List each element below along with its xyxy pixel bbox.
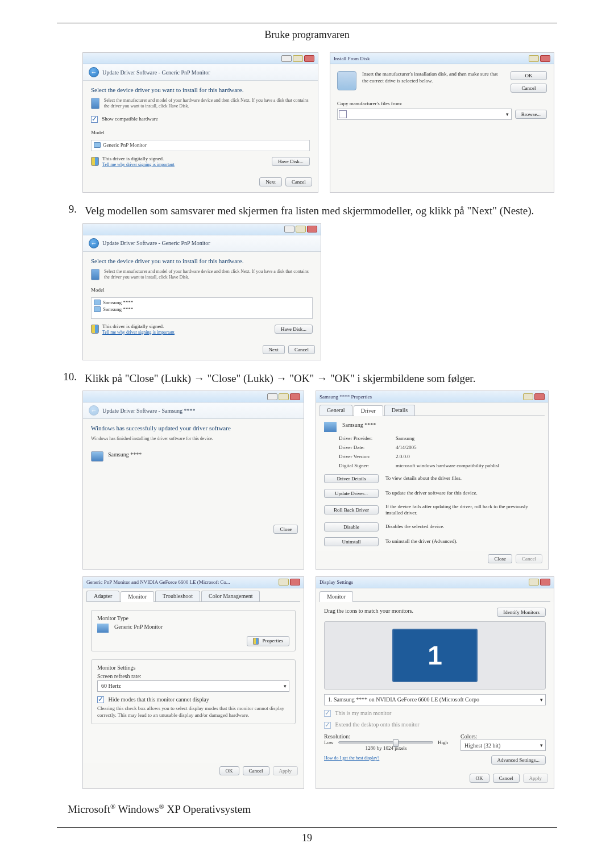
hide-modes-desc: Clearing this check box allows you to se… (97, 705, 289, 719)
file-path-input[interactable]: ▾ (337, 109, 512, 120)
have-disk-button[interactable]: Have Disk... (275, 325, 313, 334)
best-display-link[interactable]: How do I get the best display? (324, 755, 379, 761)
driver-properties-window: Samsung **** Properties General Driver D… (316, 391, 549, 570)
have-disk-button[interactable]: Have Disk... (272, 157, 310, 166)
breadcrumb-text: Update Driver Software - Generic PnP Mon… (102, 69, 210, 76)
model-item[interactable]: Samsung **** (103, 300, 133, 305)
next-button[interactable]: Next (259, 177, 282, 186)
ok-button[interactable]: OK (511, 71, 547, 80)
properties-button[interactable]: Properties (247, 636, 289, 646)
hide-modes-label: Hide modes that this monitor cannot disp… (109, 696, 209, 703)
cancel-button[interactable]: Cancel (243, 766, 269, 775)
help-icon[interactable] (523, 393, 533, 400)
monitor-icon (324, 422, 337, 432)
help-icon[interactable] (279, 579, 289, 585)
tab-general[interactable]: General (320, 405, 352, 416)
close-icon[interactable] (540, 579, 550, 585)
update-driver-button[interactable]: Update Driver... (324, 489, 379, 498)
minimize-icon[interactable] (267, 393, 277, 400)
uninstall-button[interactable]: Uninstall (324, 537, 379, 546)
model-list[interactable]: Generic PnP Monitor (91, 140, 310, 151)
close-icon[interactable] (304, 55, 314, 62)
ok-button[interactable]: OK (219, 766, 239, 775)
cancel-button[interactable]: Cancel (493, 774, 520, 783)
chevron-down-icon: ▾ (540, 697, 543, 703)
install-from-disk-window: Install From Disk Insert the manufacture… (330, 52, 554, 193)
driver-details-button[interactable]: Driver Details (324, 474, 379, 483)
close-button[interactable]: Close (488, 554, 512, 563)
advanced-settings-button[interactable]: Advanced Settings... (491, 755, 546, 765)
roll-back-button[interactable]: Roll Back Driver (324, 505, 379, 514)
browse-button[interactable]: Browse... (515, 110, 547, 119)
hide-modes-checkbox[interactable] (97, 696, 104, 703)
model-list[interactable]: Samsung **** Samsung **** (91, 297, 313, 319)
close-icon[interactable] (290, 579, 300, 585)
maximize-icon[interactable] (296, 226, 306, 232)
window-buttons (279, 579, 300, 585)
step-number: 9. (60, 203, 77, 219)
tab-bar: Adapter Monitor Troubleshoot Color Manag… (86, 591, 300, 602)
compat-label: Show compatible hardware (102, 116, 157, 122)
minimize-icon[interactable] (281, 55, 292, 62)
model-item[interactable]: Samsung **** (103, 306, 133, 312)
minimize-icon[interactable] (284, 226, 294, 232)
update-driver-window: ← Update Driver Software - Generic PnP M… (82, 52, 318, 193)
ok-button[interactable]: OK (470, 774, 489, 783)
back-icon[interactable]: ← (89, 238, 99, 248)
titlebar (83, 224, 321, 235)
tab-color-management[interactable]: Color Management (201, 591, 260, 601)
breadcrumb: ← Update Driver Software - Samsung **** (83, 402, 304, 419)
top-rule (57, 23, 557, 23)
shield-icon (253, 638, 259, 645)
colors-dropdown[interactable]: Highest (32 bit) ▾ (460, 740, 546, 751)
back-icon[interactable]: ← (89, 67, 99, 77)
provider-value: Samsung (396, 435, 414, 441)
next-button[interactable]: Next (263, 345, 285, 354)
cancel-button[interactable]: Cancel (511, 84, 547, 93)
close-icon[interactable] (540, 55, 550, 62)
section-heading: Windows has successfully updated your dr… (91, 425, 296, 431)
resolution-slider[interactable]: Low High (324, 740, 448, 745)
model-name: Samsung **** (342, 422, 376, 428)
maximize-icon[interactable] (293, 55, 303, 62)
display-settings-window: Display Settings Monitor Drag the icons … (316, 576, 554, 789)
identify-monitors-button[interactable]: Identify Monitors (497, 608, 546, 617)
drag-instruction: Drag the icons to match your monitors. (324, 608, 413, 614)
cancel-button[interactable]: Cancel (288, 345, 315, 354)
dropdown-caret-icon[interactable]: ▾ (506, 111, 509, 117)
version-label: Driver Version: (339, 454, 388, 459)
compat-checkbox[interactable] (91, 116, 98, 123)
close-icon[interactable] (307, 226, 317, 232)
copy-from-label: Copy manufacturer's files from: (337, 101, 547, 106)
main-monitor-checkbox (324, 710, 331, 717)
floppy-icon (91, 269, 99, 280)
monitor-select-dropdown[interactable]: 1. Samsung **** on NVIDIA GeForce 6600 L… (324, 694, 546, 705)
cancel-button[interactable]: Cancel (285, 177, 312, 186)
sub-desc: Windows has finished installing the driv… (91, 436, 296, 441)
tab-details[interactable]: Details (384, 405, 415, 416)
help-icon[interactable] (529, 579, 539, 585)
tab-monitor[interactable]: Monitor (320, 591, 353, 602)
maximize-icon[interactable] (279, 393, 289, 400)
tab-monitor[interactable]: Monitor (121, 591, 154, 602)
file-icon (339, 110, 347, 118)
provider-label: Driver Provider: (339, 435, 388, 441)
monitor-icon (94, 142, 101, 148)
update-driver-desc: To update the driver software for this d… (385, 490, 540, 496)
disable-button[interactable]: Disable (324, 522, 379, 531)
monitor-tile[interactable]: 1 (392, 629, 478, 682)
close-button[interactable]: Close (273, 525, 298, 534)
colors-label: Colors: (460, 733, 546, 740)
help-icon[interactable] (529, 55, 539, 62)
tab-troubleshoot[interactable]: Troubleshoot (155, 591, 200, 601)
monitor-arrangement-canvas[interactable]: 1 (324, 621, 546, 690)
sign-link[interactable]: Tell me why driver signing is important (102, 330, 175, 335)
tab-driver[interactable]: Driver (354, 405, 383, 416)
close-icon[interactable] (534, 393, 545, 400)
model-item[interactable]: Generic PnP Monitor (103, 142, 147, 148)
close-icon[interactable] (290, 393, 300, 400)
titlebar: Samsung **** Properties (316, 391, 548, 402)
refresh-rate-dropdown[interactable]: 60 Hertz ▾ (97, 680, 289, 692)
tab-adapter[interactable]: Adapter (86, 591, 119, 601)
sign-link[interactable]: Tell me why driver signing is important (102, 162, 175, 167)
